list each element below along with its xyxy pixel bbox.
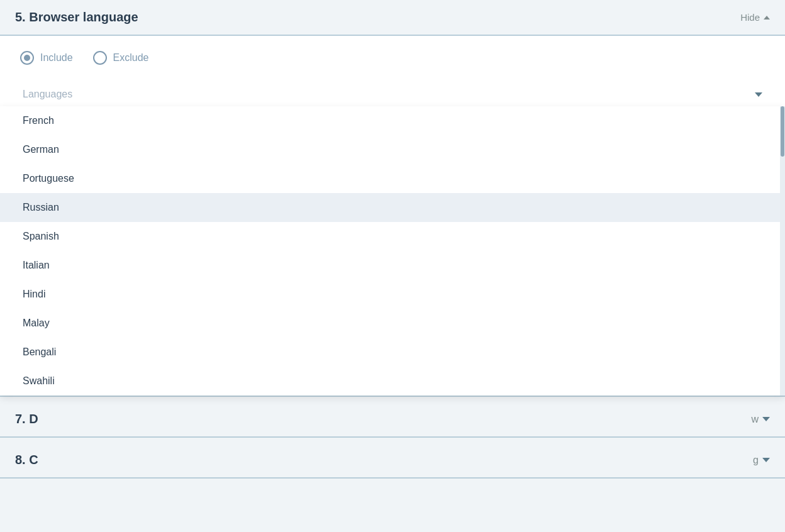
radio-group: Include Exclude	[20, 51, 765, 65]
dropdown-header[interactable]: Languages	[20, 82, 765, 106]
chevron-down-icon	[762, 458, 770, 462]
section7-header: 7. D w	[0, 402, 785, 436]
hide-label: Hide	[740, 12, 760, 23]
section8: 8. C g	[0, 443, 785, 479]
list-item[interactable]: Italian	[0, 251, 785, 280]
languages-dropdown[interactable]: Languages French German Portuguese Russi…	[20, 82, 765, 107]
section5-content: Include Exclude Languages French German …	[0, 36, 785, 122]
section6-divider	[0, 396, 785, 397]
section5-title: 5. Browser language	[15, 10, 138, 25]
section7: 7. D w	[0, 402, 785, 438]
section7-divider	[0, 436, 785, 438]
exclude-option[interactable]: Exclude	[93, 51, 149, 65]
page-container: 5. Browser language Hide Include Exclude…	[0, 0, 785, 532]
dropdown-placeholder: Languages	[23, 89, 72, 100]
list-item[interactable]: French	[0, 106, 785, 135]
scrollbar-thumb[interactable]	[781, 106, 784, 157]
include-option[interactable]: Include	[20, 51, 73, 65]
section7-title: 7. D	[15, 412, 38, 426]
exclude-radio[interactable]	[93, 51, 107, 65]
section7-right: w	[751, 414, 770, 425]
dropdown-scrollbar[interactable]	[780, 106, 785, 396]
section8-header: 8. C g	[0, 443, 785, 477]
list-item[interactable]: Swahili	[0, 367, 785, 396]
exclude-label: Exclude	[113, 52, 149, 64]
list-item[interactable]: Malay	[0, 309, 785, 338]
list-item[interactable]: German	[0, 135, 785, 164]
include-label: Include	[40, 52, 73, 64]
dropdown-list: French German Portuguese Russian Spanish…	[0, 106, 785, 396]
list-item[interactable]: Hindi	[0, 280, 785, 309]
chevron-up-icon	[764, 16, 770, 19]
section5-header: 5. Browser language Hide	[0, 0, 785, 35]
list-item[interactable]: Spanish	[0, 222, 785, 251]
chevron-down-icon	[762, 417, 770, 421]
include-radio[interactable]	[20, 51, 34, 65]
list-item[interactable]: Portuguese	[0, 164, 785, 193]
section8-divider	[0, 477, 785, 479]
list-item-russian[interactable]: Russian	[0, 193, 785, 222]
section8-value: g	[753, 455, 759, 466]
section8-right: g	[753, 455, 770, 466]
chevron-down-icon	[755, 92, 762, 97]
section7-value: w	[751, 414, 759, 425]
section8-title: 8. C	[15, 453, 38, 467]
hide-button[interactable]: Hide	[740, 12, 770, 23]
list-item[interactable]: Bengali	[0, 338, 785, 367]
